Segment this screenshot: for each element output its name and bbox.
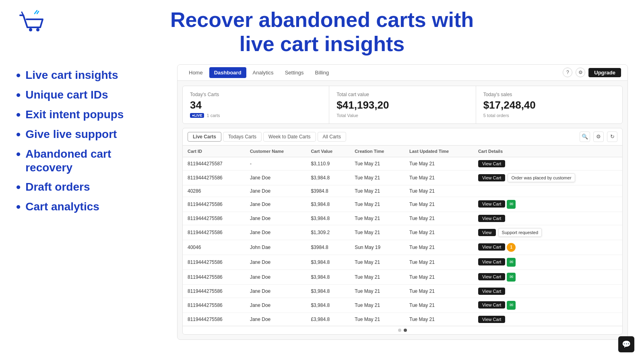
page-dot-active[interactable] (404, 329, 407, 332)
table-row: 40286Jane Doe$3984.8Tue May 21Tue May 21 (183, 185, 622, 197)
table-cell: Tue May 21 (350, 225, 405, 240)
table-cell: Tue May 21 (405, 269, 473, 284)
green-action-icon[interactable]: ✉ (507, 301, 516, 310)
cart-details-cell: View Cart✉ (473, 197, 622, 212)
stat-label: Today's Carts (190, 92, 322, 97)
table-cell: 8119444275586 (183, 197, 245, 212)
table-cell: Tue May 21 (405, 298, 473, 313)
view-cart-button[interactable]: View Cart (478, 200, 505, 208)
toolbar-right: 🔍 ⚙ ↻ (580, 132, 617, 142)
green-action-icon[interactable]: ✉ (507, 273, 516, 282)
view-cart-button[interactable]: View Cart (478, 215, 505, 222)
stat-sub: ●LIVE 1 carts (190, 113, 322, 118)
view-cart-button[interactable]: View Cart (478, 273, 505, 280)
table-row: 8119444275586Jane Doe$3,984.8Tue May 21T… (183, 284, 622, 298)
view-cart-button[interactable]: View Cart (478, 243, 505, 251)
column-header: Cart Details (473, 146, 622, 157)
table-cell: 8119444275586 (183, 225, 245, 240)
page-header: Recover abandoned carts with live cart i… (0, 0, 644, 60)
table-cell: $3,984.8 (306, 284, 350, 298)
nav-right: ? ⚙ Upgrade (563, 68, 621, 77)
table-cell: Jane Doe (245, 255, 306, 269)
green-action-icon[interactable]: ✉ (507, 200, 516, 209)
dashboard-nav: HomeDashboardAnalyticsSettingsBilling ? … (178, 65, 627, 81)
stat-sub: Total Value (336, 113, 468, 118)
settings-icon[interactable]: ⚙ (576, 68, 585, 77)
view-cart-button[interactable]: View Cart (478, 301, 505, 309)
table-cell: Sun May 19 (350, 240, 405, 255)
table-row: 40046John Dae$3984.8Sun May 19Tue May 21… (183, 240, 622, 255)
table-cell: Tue May 21 (350, 269, 405, 284)
bullet-item: Live cart insights (16, 68, 161, 82)
column-header: Last Updated Time (405, 146, 473, 157)
nav-item-dashboard[interactable]: Dashboard (209, 67, 246, 78)
table-row: 8119444275586Jane Doe$1,309.2Tue May 21T… (183, 225, 622, 240)
help-icon[interactable]: ? (563, 68, 572, 77)
page-dot[interactable] (398, 329, 401, 332)
stat-card: Today's Carts 34 ●LIVE 1 carts (183, 86, 329, 123)
nav-item-settings[interactable]: Settings (280, 67, 309, 78)
cart-icon (16, 8, 48, 40)
bullet-item: Exit intent popups (16, 108, 161, 122)
column-header: Cart Value (306, 146, 350, 157)
view-cart-button[interactable]: View Cart (478, 316, 505, 323)
view-cart-button[interactable]: View Cart (478, 258, 505, 265)
support-tooltip: Support requested (498, 228, 542, 237)
nav-item-analytics[interactable]: Analytics (248, 67, 279, 78)
table-cell: Tue May 21 (405, 284, 473, 298)
table-tab-week-to-date-carts[interactable]: Week to Date Carts (263, 132, 316, 142)
cart-details-cell: View Cart (473, 212, 622, 225)
filter-icon[interactable]: ⚙ (593, 132, 604, 142)
table-cell: Jane Doe (245, 185, 306, 197)
table-row: 8119444275586Jane Doe$3,984.8Tue May 21T… (183, 255, 622, 269)
table-cell: Jane Doe (245, 212, 306, 225)
table-cell: Jane Doe (245, 284, 306, 298)
search-icon[interactable]: 🔍 (580, 132, 590, 142)
stats-row: Today's Carts 34 ●LIVE 1 carts Total car… (182, 86, 623, 124)
table-tabs: Live CartsTodays CartsWeek to Date Carts… (188, 132, 346, 142)
table-cell: John Dae (245, 240, 306, 255)
chat-bubble[interactable]: 💬 (618, 336, 634, 352)
table-cell: Tue May 21 (405, 225, 473, 240)
column-header: Cart ID (183, 146, 245, 157)
table-cell: Tue May 21 (405, 185, 473, 197)
table-cell: Tue May 21 (405, 240, 473, 255)
stat-card: Total cart value $41,193,20 Total Value (329, 86, 476, 123)
table-cell: 40286 (183, 185, 245, 197)
table-cell: Tue May 21 (405, 170, 473, 185)
table-toolbar: Live CartsTodays CartsWeek to Date Carts… (183, 128, 622, 146)
table-row: 8119444275586Jane Doe$3,984.8Tue May 21T… (183, 298, 622, 313)
live-badge: ●LIVE (190, 113, 204, 118)
column-header: Customer Name (245, 146, 306, 157)
table-cell: Tue May 21 (405, 313, 473, 326)
table-cell: 8119444275586 (183, 313, 245, 326)
view-cart-button[interactable]: View (478, 229, 496, 236)
dashboard-panel: HomeDashboardAnalyticsSettingsBilling ? … (177, 64, 628, 340)
table-cell: 8119444275586 (183, 269, 245, 284)
refresh-icon[interactable]: ↻ (607, 132, 617, 142)
table-cell: Jane Doe (245, 197, 306, 212)
table-tab-all-carts[interactable]: All Carts (318, 132, 346, 142)
cart-details-cell: View Cart✉ (473, 298, 622, 313)
carts-table: Cart IDCustomer NameCart ValueCreation T… (183, 146, 622, 326)
table-row: 8119444275586Jane Doe$3,984.8Tue May 21T… (183, 170, 622, 185)
view-cart-button[interactable]: View Cart (478, 160, 505, 167)
feature-list: Live cart insightsUnique cart IDsExit in… (16, 68, 161, 214)
table-tab-todays-carts[interactable]: Todays Carts (223, 132, 262, 142)
view-cart-button[interactable]: View Cart (478, 174, 505, 181)
cart-details-cell: View Cart✉ (473, 269, 622, 284)
svg-point-1 (36, 28, 39, 31)
nav-item-billing[interactable]: Billing (310, 67, 334, 78)
view-cart-button[interactable]: View Cart (478, 288, 505, 295)
table-tab-live-carts[interactable]: Live Carts (188, 132, 221, 142)
table-cell: $1,309.2 (306, 225, 350, 240)
upgrade-button[interactable]: Upgrade (588, 68, 621, 77)
table-cell: $3984.8 (306, 185, 350, 197)
table-row: 8119444275586Jane Doe$3,984.8Tue May 21T… (183, 197, 622, 212)
cart-details-cell (473, 185, 622, 197)
nav-item-home[interactable]: Home (184, 67, 208, 78)
bullet-item: Abandoned cart recovery (16, 147, 161, 174)
cart-details-cell: View CartOrder was placed by customer (473, 170, 622, 185)
green-action-icon[interactable]: ✉ (507, 258, 516, 267)
table-scroll-area: Cart IDCustomer NameCart ValueCreation T… (183, 146, 622, 326)
